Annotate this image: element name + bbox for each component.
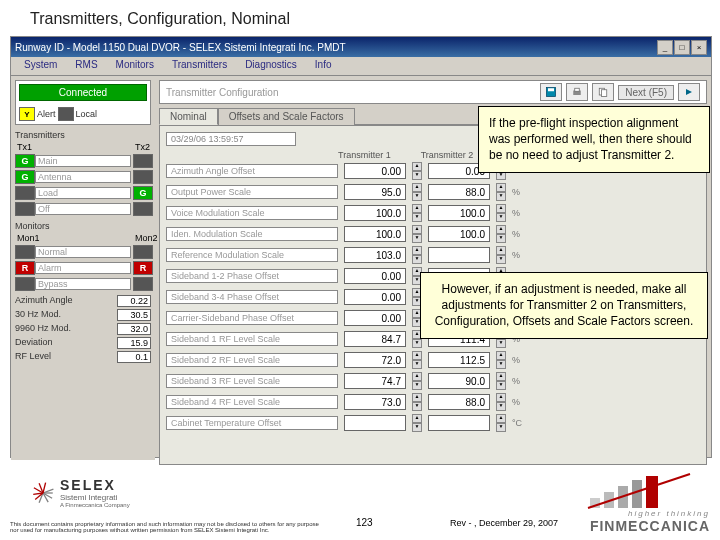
- param-tx1-value[interactable]: 73.0: [344, 394, 406, 410]
- save-icon[interactable]: [540, 83, 562, 101]
- spinner-buttons[interactable]: ▲▼: [496, 225, 506, 243]
- spinner-buttons[interactable]: ▲▼: [412, 246, 422, 264]
- param-unit: %: [512, 187, 526, 197]
- svg-rect-9: [632, 480, 642, 508]
- param-tx1-value[interactable]: 100.0: [344, 226, 406, 242]
- param-tx1-value[interactable]: 100.0: [344, 205, 406, 221]
- spinner-buttons[interactable]: ▲▼: [496, 204, 506, 222]
- menu-info[interactable]: Info: [306, 57, 341, 75]
- spinner-buttons[interactable]: ▲▼: [496, 351, 506, 369]
- tx-main-label: Main: [35, 155, 131, 167]
- col-tx1: Transmitter 1: [338, 150, 391, 160]
- param-tx2-value[interactable]: 88.0: [428, 394, 490, 410]
- copy-icon[interactable]: [592, 83, 614, 101]
- param-tx1-value[interactable]: 74.7: [344, 373, 406, 389]
- hz9960-value: 32.0: [117, 323, 151, 335]
- spinner-buttons[interactable]: ▲▼: [412, 414, 422, 432]
- param-tx2-value[interactable]: [428, 415, 490, 431]
- col-tx2: Transmitter 2: [421, 150, 474, 160]
- connected-indicator: Connected: [19, 84, 147, 101]
- menu-rms[interactable]: RMS: [66, 57, 106, 75]
- menu-system[interactable]: System: [15, 57, 66, 75]
- callout-preflight: If the pre-flight inspection alignment w…: [478, 106, 710, 173]
- param-tx2-value[interactable]: 112.5: [428, 352, 490, 368]
- param-tx1-value[interactable]: 95.0: [344, 184, 406, 200]
- tx2-header: Tx2: [133, 142, 151, 152]
- deviation-value: 15.9: [117, 337, 151, 349]
- selex-logo-sub2: A Finmeccanica Company: [60, 502, 130, 508]
- param-label: Sideband 2 RF Level Scale: [166, 353, 338, 367]
- param-tx2-value[interactable]: 100.0: [428, 226, 490, 242]
- spinner-buttons[interactable]: ▲▼: [496, 393, 506, 411]
- param-tx2-value[interactable]: 100.0: [428, 205, 490, 221]
- spinner-buttons[interactable]: ▲▼: [496, 414, 506, 432]
- print-icon[interactable]: [566, 83, 588, 101]
- spinner-buttons[interactable]: ▲▼: [496, 372, 506, 390]
- param-unit: %: [512, 229, 526, 239]
- spinner-buttons[interactable]: ▲▼: [412, 225, 422, 243]
- close-button[interactable]: ×: [691, 40, 707, 55]
- spinner-buttons[interactable]: ▲▼: [412, 183, 422, 201]
- param-tx1-value[interactable]: 103.0: [344, 247, 406, 263]
- mon2-normal-led: [133, 245, 153, 259]
- param-tx1-value[interactable]: 0.00: [344, 289, 406, 305]
- param-row: Reference Modulation Scale103.0▲▼▲▼%: [166, 246, 700, 264]
- menu-monitors[interactable]: Monitors: [107, 57, 163, 75]
- menubar: System RMS Monitors Transmitters Diagnos…: [11, 57, 711, 76]
- spinner-buttons[interactable]: ▲▼: [412, 204, 422, 222]
- param-tx1-value[interactable]: 84.7: [344, 331, 406, 347]
- alert-led: Y: [19, 107, 35, 121]
- spinner-buttons[interactable]: ▲▼: [496, 183, 506, 201]
- param-unit: %: [512, 355, 526, 365]
- param-tx1-value[interactable]: 0.00: [344, 268, 406, 284]
- param-tx1-value[interactable]: 0.00: [344, 163, 406, 179]
- config-header: Transmitter Configuration Next (F5): [159, 80, 707, 104]
- param-tx1-value[interactable]: 72.0: [344, 352, 406, 368]
- mon1-alarm-led: R: [15, 261, 35, 275]
- param-label: Output Power Scale: [166, 185, 338, 199]
- finmeccanica-text: FINMECCANICA: [590, 518, 710, 534]
- forward-icon[interactable]: [678, 83, 700, 101]
- menu-diagnostics[interactable]: Diagnostics: [236, 57, 306, 75]
- param-tx2-value[interactable]: 90.0: [428, 373, 490, 389]
- param-tx1-value[interactable]: [344, 415, 406, 431]
- finmeccanica-tagline: higher thinking: [590, 509, 710, 518]
- tab-nominal[interactable]: Nominal: [159, 108, 218, 125]
- finmeccanica-logo: higher thinking FINMECCANICA: [590, 509, 710, 534]
- mon-alarm-label: Alarm: [35, 262, 131, 274]
- mon1-header: Mon1: [15, 233, 33, 243]
- rflevel-label: RF Level: [15, 351, 115, 363]
- spinner-buttons[interactable]: ▲▼: [412, 393, 422, 411]
- datetime-field: 03/29/06 13:59:57: [166, 132, 296, 146]
- page-number: 123: [356, 517, 373, 528]
- spinner-buttons[interactable]: ▲▼: [496, 246, 506, 264]
- menu-transmitters[interactable]: Transmitters: [163, 57, 236, 75]
- mon2-alarm-led: R: [133, 261, 153, 275]
- config-title: Transmitter Configuration: [166, 87, 278, 98]
- param-tx2-value[interactable]: [428, 247, 490, 263]
- maximize-button[interactable]: □: [674, 40, 690, 55]
- next-button[interactable]: Next (F5): [618, 85, 674, 100]
- param-unit: %: [512, 250, 526, 260]
- selex-logo: SELEX Sistemi Integrati A Finmeccanica C…: [30, 477, 130, 508]
- param-label: Cabinet Temperature Offset: [166, 416, 338, 430]
- param-label: Sideband 1 RF Level Scale: [166, 332, 338, 346]
- azimuth-value: 0.22: [117, 295, 151, 307]
- svg-rect-1: [548, 88, 554, 91]
- mon-normal-label: Normal: [35, 246, 131, 258]
- spinner-buttons[interactable]: ▲▼: [412, 372, 422, 390]
- param-tx2-value[interactable]: 88.0: [428, 184, 490, 200]
- tab-offsets[interactable]: Offsets and Scale Factors: [218, 108, 355, 125]
- param-row: Sideband 2 RF Level Scale72.0▲▼112.5▲▼%: [166, 351, 700, 369]
- param-row: Iden. Modulation Scale100.0▲▼100.0▲▼%: [166, 225, 700, 243]
- left-panel: Connected Y Alert Local Transmitters Tx1…: [11, 76, 155, 460]
- param-tx1-value[interactable]: 0.00: [344, 310, 406, 326]
- tx2-antenna-led: [133, 170, 153, 184]
- app-window: Runway ID - Model 1150 Dual DVOR - SELEX…: [10, 36, 712, 458]
- param-label: Sideband 1-2 Phase Offset: [166, 269, 338, 283]
- spinner-buttons[interactable]: ▲▼: [412, 351, 422, 369]
- spinner-buttons[interactable]: ▲▼: [412, 162, 422, 180]
- param-label: Voice Modulation Scale: [166, 206, 338, 220]
- window-title: Runway ID - Model 1150 Dual DVOR - SELEX…: [15, 42, 346, 53]
- minimize-button[interactable]: _: [657, 40, 673, 55]
